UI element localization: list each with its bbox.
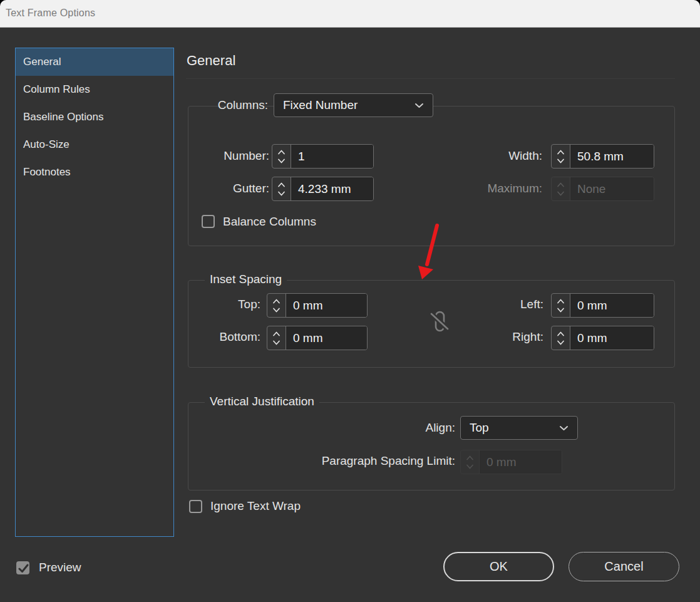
preview-checkbox[interactable] xyxy=(16,561,29,574)
chevron-up-icon xyxy=(557,150,565,155)
chevron-down-icon xyxy=(272,340,281,345)
sidebar-item-general[interactable]: General xyxy=(16,48,173,76)
number-input[interactable]: 1 xyxy=(291,145,373,168)
chevron-down-icon xyxy=(277,158,286,163)
align-label: Align: xyxy=(361,421,455,435)
columns-dropdown-value: Fixed Number xyxy=(283,98,414,112)
inset-left-stepper-buttons[interactable] xyxy=(552,294,570,317)
number-label: Number: xyxy=(188,149,269,163)
paragraph-spacing-limit-stepper-buttons xyxy=(461,450,480,474)
inset-spacing-title: Inset Spacing xyxy=(205,272,287,286)
inset-top-stepper: 0 mm xyxy=(267,293,368,318)
cancel-button[interactable]: Cancel xyxy=(569,552,679,581)
page-title: General xyxy=(187,53,235,69)
number-stepper: 1 xyxy=(272,144,374,169)
preview-label: Preview xyxy=(39,561,81,574)
unlink-chain-icon[interactable] xyxy=(427,308,452,335)
chevron-down-icon xyxy=(557,308,565,313)
gutter-stepper-buttons[interactable] xyxy=(272,177,291,200)
inset-top-label: Top: xyxy=(188,298,260,311)
chevron-up-icon xyxy=(272,331,281,336)
inset-bottom-stepper: 0 mm xyxy=(267,326,368,350)
maximum-input: None xyxy=(570,177,654,200)
maximum-stepper-buttons xyxy=(552,177,570,200)
chevron-down-icon xyxy=(557,158,565,163)
chevron-up-icon xyxy=(272,299,281,304)
gutter-input[interactable]: 4.233 mm xyxy=(291,177,373,200)
inset-bottom-stepper-buttons[interactable] xyxy=(267,326,286,350)
sidebar-item-auto-size[interactable]: Auto-Size xyxy=(16,131,173,158)
heading-divider xyxy=(186,78,675,79)
inset-top-stepper-buttons[interactable] xyxy=(267,294,286,317)
vertical-justification-group: Vertical Justification xyxy=(188,402,675,490)
window-titlebar[interactable]: Text Frame Options xyxy=(0,0,700,28)
category-sidebar: General Column Rules Baseline Options Au… xyxy=(15,48,174,537)
screenshot-stage: Text Frame Options General Column Rules … xyxy=(0,0,700,602)
sidebar-item-column-rules[interactable]: Column Rules xyxy=(16,76,173,103)
gutter-stepper: 4.233 mm xyxy=(272,177,374,201)
align-dropdown[interactable]: Top xyxy=(460,416,578,440)
paragraph-spacing-limit-stepper: 0 mm xyxy=(460,450,562,474)
chevron-up-icon xyxy=(557,299,565,304)
chevron-down-icon xyxy=(559,425,569,431)
chevron-up-icon xyxy=(277,182,286,187)
number-stepper-buttons[interactable] xyxy=(272,145,291,168)
vertical-justification-title: Vertical Justification xyxy=(205,395,319,408)
chevron-down-icon xyxy=(466,464,474,469)
maximum-stepper: None xyxy=(551,177,654,201)
columns-label: Columns: xyxy=(187,98,268,112)
balance-columns-label: Balance Columns xyxy=(223,215,316,229)
inset-bottom-input[interactable]: 0 mm xyxy=(286,326,367,350)
inset-left-stepper: 0 mm xyxy=(551,293,654,318)
chevron-down-icon xyxy=(557,340,565,345)
columns-dropdown[interactable]: Fixed Number xyxy=(274,93,433,117)
chevron-up-icon xyxy=(557,182,565,187)
width-stepper: 50.8 mm xyxy=(551,144,654,169)
sidebar-item-footnotes[interactable]: Footnotes xyxy=(16,158,173,186)
inset-top-input[interactable]: 0 mm xyxy=(286,294,367,317)
chevron-up-icon xyxy=(466,455,474,460)
inset-right-label: Right: xyxy=(462,330,543,344)
inset-right-stepper-buttons[interactable] xyxy=(552,326,570,350)
annotation-arrow xyxy=(394,219,451,285)
balance-columns-checkbox[interactable] xyxy=(202,215,215,228)
inset-left-label: Left: xyxy=(462,298,543,311)
align-dropdown-value: Top xyxy=(470,421,559,435)
inset-bottom-label: Bottom: xyxy=(188,330,260,344)
maximum-label: Maximum: xyxy=(448,182,542,195)
ok-button[interactable]: OK xyxy=(443,552,554,581)
inset-left-input[interactable]: 0 mm xyxy=(570,294,654,317)
paragraph-spacing-limit-input: 0 mm xyxy=(480,450,562,474)
sidebar-item-baseline-options[interactable]: Baseline Options xyxy=(16,103,173,131)
inset-right-input[interactable]: 0 mm xyxy=(570,326,654,350)
chevron-down-icon xyxy=(414,103,424,108)
ignore-text-wrap-label: Ignore Text Wrap xyxy=(210,499,301,513)
width-input[interactable]: 50.8 mm xyxy=(570,145,654,168)
chevron-down-icon xyxy=(277,191,286,196)
ignore-text-wrap-checkbox[interactable] xyxy=(189,500,202,513)
inset-right-stepper: 0 mm xyxy=(551,326,654,350)
width-label: Width: xyxy=(448,149,542,163)
chevron-up-icon xyxy=(277,150,286,155)
window-title: Text Frame Options xyxy=(6,8,95,19)
chevron-up-icon xyxy=(557,331,565,336)
checkmark-icon xyxy=(18,564,29,573)
text-frame-options-dialog: Text Frame Options General Column Rules … xyxy=(0,0,700,602)
gutter-label: Gutter: xyxy=(188,182,269,195)
chevron-down-icon xyxy=(557,191,565,196)
width-stepper-buttons[interactable] xyxy=(552,145,570,168)
chevron-down-icon xyxy=(272,308,281,313)
paragraph-spacing-limit-label: Paragraph Spacing Limit: xyxy=(263,454,455,468)
